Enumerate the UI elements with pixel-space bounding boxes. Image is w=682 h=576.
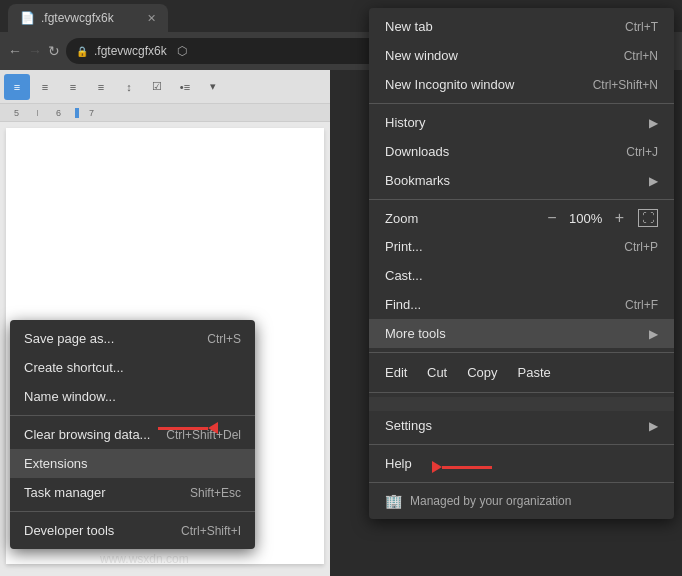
extensions-label: Extensions — [24, 456, 88, 471]
new-window-shortcut: Ctrl+N — [624, 49, 658, 63]
menu-item-new-window[interactable]: New window Ctrl+N — [369, 41, 674, 70]
cast-label: Cast... — [385, 268, 423, 283]
zoom-fullscreen-icon[interactable]: ⛶ — [638, 209, 658, 227]
align-right-btn[interactable]: ≡ — [60, 74, 86, 100]
tab-title: .fgtevwcgfx6k — [41, 11, 114, 25]
clear-data-shortcut: Ctrl+Shift+Del — [166, 428, 241, 442]
edit-label: Edit — [377, 362, 417, 383]
print-shortcut: Ctrl+P — [624, 240, 658, 254]
menu-item-name-window[interactable]: Name window... — [10, 382, 255, 411]
refresh-icon[interactable]: ↻ — [48, 43, 60, 59]
downloads-label: Downloads — [385, 144, 449, 159]
menu-item-incognito[interactable]: New Incognito window Ctrl+Shift+N — [369, 70, 674, 99]
clear-data-label: Clear browsing data... — [24, 427, 150, 442]
task-manager-shortcut: Shift+Esc — [190, 486, 241, 500]
zoom-value: 100% — [567, 211, 605, 226]
checklist-btn[interactable]: ☑ — [144, 74, 170, 100]
menu-item-edit: Edit Cut Copy Paste — [369, 357, 674, 388]
find-label: Find... — [385, 297, 421, 312]
align-justify-btn[interactable]: ≡ — [88, 74, 114, 100]
paste-btn[interactable]: Paste — [508, 362, 561, 383]
bookmarks-arrow: ▶ — [649, 174, 658, 188]
help-arrow: ▶ — [649, 419, 658, 433]
menu-item-save-page[interactable]: Save page as... Ctrl+S — [10, 324, 255, 353]
separator-4 — [369, 392, 674, 393]
separator-sec-1 — [10, 415, 255, 416]
back-icon[interactable]: ← — [8, 43, 22, 59]
tab-close-icon[interactable]: ✕ — [147, 12, 156, 25]
zoom-label: Zoom — [385, 211, 537, 226]
tab-icon: 📄 — [20, 11, 35, 25]
bookmarks-label: Bookmarks — [385, 173, 450, 188]
menu-item-downloads[interactable]: Downloads Ctrl+J — [369, 137, 674, 166]
menu-item-find[interactable]: Find... Ctrl+F — [369, 290, 674, 319]
menu-item-dev-tools[interactable]: Developer tools Ctrl+Shift+I — [10, 516, 255, 545]
forward-icon[interactable]: → — [28, 43, 42, 59]
align-left-btn[interactable]: ≡ — [4, 74, 30, 100]
menu-item-exit[interactable]: Help — [369, 449, 674, 478]
exit-label: Help — [385, 456, 412, 471]
menu-item-task-manager[interactable]: Task manager Shift+Esc — [10, 478, 255, 507]
help-label: Settings — [385, 418, 432, 433]
save-page-label: Save page as... — [24, 331, 114, 346]
menu-item-bookmarks[interactable]: Bookmarks ▶ — [369, 166, 674, 195]
menu-item-new-tab[interactable]: New tab Ctrl+T — [369, 12, 674, 41]
url-text: .fgtevwcgfx6k — [94, 44, 167, 58]
menu-item-extensions[interactable]: Extensions — [10, 449, 255, 478]
menu-item-settings[interactable] — [369, 397, 674, 411]
new-window-label: New window — [385, 48, 458, 63]
separator-sec-2 — [10, 511, 255, 512]
align-center-btn[interactable]: ≡ — [32, 74, 58, 100]
separator-1 — [369, 103, 674, 104]
managed-text: Managed by your organization — [410, 494, 571, 508]
dev-tools-shortcut: Ctrl+Shift+I — [181, 524, 241, 538]
print-label: Print... — [385, 239, 423, 254]
share-icon[interactable]: ⬡ — [177, 44, 187, 58]
managed-icon: 🏢 — [385, 493, 402, 509]
lock-icon: 🔒 — [76, 46, 88, 57]
main-context-menu: New tab Ctrl+T New window Ctrl+N New Inc… — [369, 8, 674, 519]
downloads-shortcut: Ctrl+J — [626, 145, 658, 159]
separator-6 — [369, 482, 674, 483]
more-tools-arrow: ▶ — [649, 327, 658, 341]
name-window-label: Name window... — [24, 389, 116, 404]
line-spacing-btn[interactable]: ↕ — [116, 74, 142, 100]
managed-bar: 🏢 Managed by your organization — [369, 487, 674, 515]
separator-3 — [369, 352, 674, 353]
menu-item-cast[interactable]: Cast... — [369, 261, 674, 290]
incognito-label: New Incognito window — [385, 77, 514, 92]
cut-btn[interactable]: Cut — [417, 362, 457, 383]
ruler-marker — [75, 108, 79, 118]
history-arrow: ▶ — [649, 116, 658, 130]
bullet-btn[interactable]: •≡ — [172, 74, 198, 100]
create-shortcut-label: Create shortcut... — [24, 360, 124, 375]
secondary-context-menu: Save page as... Ctrl+S Create shortcut..… — [10, 320, 255, 549]
separator-2 — [369, 199, 674, 200]
menu-item-create-shortcut[interactable]: Create shortcut... — [10, 353, 255, 382]
more-btn[interactable]: ▾ — [200, 74, 226, 100]
zoom-plus-btn[interactable]: + — [609, 209, 630, 227]
zoom-minus-btn[interactable]: − — [541, 209, 562, 227]
ruler-mark — [37, 110, 38, 116]
menu-item-print[interactable]: Print... Ctrl+P — [369, 232, 674, 261]
menu-item-help[interactable]: Settings ▶ — [369, 411, 674, 440]
dev-tools-label: Developer tools — [24, 523, 114, 538]
find-shortcut: Ctrl+F — [625, 298, 658, 312]
task-manager-label: Task manager — [24, 485, 106, 500]
menu-item-zoom: Zoom − 100% + ⛶ — [369, 204, 674, 232]
docs-toolbar: ≡ ≡ ≡ ≡ ↕ ☑ •≡ ▾ — [0, 70, 330, 104]
history-label: History — [385, 115, 425, 130]
ruler: 5 6 7 — [0, 104, 330, 122]
save-page-shortcut: Ctrl+S — [207, 332, 241, 346]
menu-item-more-tools[interactable]: More tools ▶ — [369, 319, 674, 348]
new-tab-shortcut: Ctrl+T — [625, 20, 658, 34]
more-tools-label: More tools — [385, 326, 446, 341]
copy-btn[interactable]: Copy — [457, 362, 507, 383]
menu-item-history[interactable]: History ▶ — [369, 108, 674, 137]
menu-item-clear-data[interactable]: Clear browsing data... Ctrl+Shift+Del — [10, 420, 255, 449]
incognito-shortcut: Ctrl+Shift+N — [593, 78, 658, 92]
active-tab[interactable]: 📄 .fgtevwcgfx6k ✕ — [8, 4, 168, 32]
separator-5 — [369, 444, 674, 445]
new-tab-label: New tab — [385, 19, 433, 34]
